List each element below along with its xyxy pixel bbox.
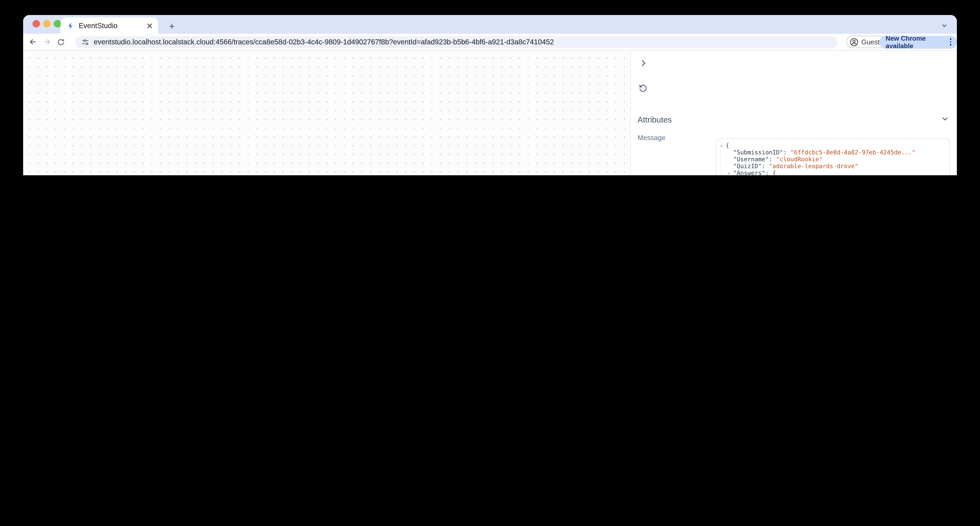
browser-toolbar: eventstudio.localhost.localstack.cloud:4… — [23, 34, 957, 51]
profile-label: Guest — [861, 38, 880, 46]
message-label: Message — [638, 134, 665, 141]
json-collapse-caret[interactable]: ⌄ — [720, 142, 725, 149]
chevron-down-icon[interactable] — [941, 115, 949, 124]
json-line: "SubmissionID": "6ffdcbc5-8e8d-4a82-97eb… — [720, 149, 946, 156]
collapse-panel-chevron-icon[interactable] — [639, 59, 648, 70]
json-line: ⌄"Answers": { — [720, 169, 946, 175]
browser-tab[interactable]: EventStudio ✕ — [60, 18, 158, 34]
json-collapse-caret[interactable]: ⌄ — [727, 169, 733, 175]
json-line: "Username": "cloudRookie" — [720, 156, 946, 163]
json-line: "QuizID": "adorable-leopards-drove" — [720, 163, 946, 169]
minimize-window-button[interactable] — [43, 20, 51, 27]
new-tab-button[interactable]: + — [165, 19, 178, 32]
tab-close-icon[interactable]: ✕ — [145, 22, 154, 30]
tab-search-chevron-icon[interactable] — [941, 21, 948, 32]
refresh-icon[interactable] — [638, 83, 648, 95]
flow-edges — [23, 51, 630, 175]
tab-title: EventStudio — [79, 22, 141, 29]
browser-menu-icon[interactable] — [948, 37, 953, 47]
site-settings-icon[interactable] — [81, 38, 89, 46]
url-bar[interactable]: eventstudio.localhost.localstack.cloud:4… — [75, 36, 837, 48]
flow-canvas[interactable]: λLambdaSubmitQuizFunctionInvokeSQSQuizSu… — [23, 51, 630, 175]
attributes-header-label: Attributes — [638, 115, 672, 124]
eventstudio-favicon-icon — [67, 22, 75, 30]
tab-strip: EventStudio ✕ + — [23, 15, 957, 34]
details-panel: Attributes Message ⌄{"SubmissionID": "6f… — [630, 51, 957, 175]
message-json-viewer[interactable]: ⌄{"SubmissionID": "6ffdcbc5-8e8d-4a82-97… — [716, 138, 950, 175]
url-text: eventstudio.localhost.localstack.cloud:4… — [94, 38, 554, 46]
screen: EventStudio ✕ + eventstudio.loca — [0, 0, 980, 175]
forward-icon[interactable] — [40, 35, 54, 49]
chrome-update-button[interactable]: New Chrome available — [880, 35, 957, 49]
maximize-window-button[interactable] — [54, 20, 61, 27]
back-icon[interactable] — [26, 35, 40, 49]
close-window-button[interactable] — [32, 20, 40, 27]
attributes-section-header[interactable]: Attributes — [638, 115, 949, 124]
reload-icon[interactable] — [54, 35, 67, 49]
browser-window: EventStudio ✕ + eventstudio.loca — [23, 15, 957, 175]
json-line: ⌄{ — [720, 142, 946, 149]
main-content: λLambdaSubmitQuizFunctionInvokeSQSQuizSu… — [23, 51, 957, 175]
guest-avatar-icon — [850, 37, 859, 47]
update-label: New Chrome available — [886, 34, 945, 49]
